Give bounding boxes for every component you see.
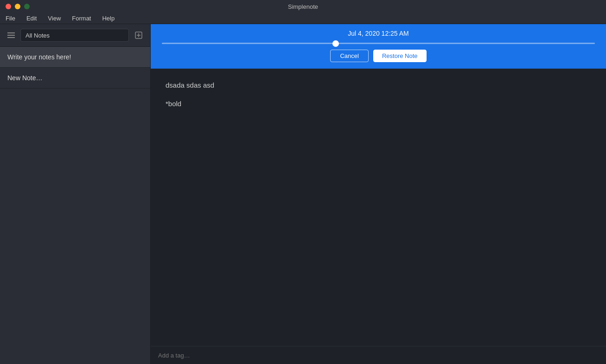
note-item-title: Write your notes here! [7, 53, 143, 61]
menu-bar: File Edit View Format Help [0, 13, 606, 24]
tag-input[interactable] [158, 352, 599, 359]
app-title: Simplenote [288, 3, 318, 10]
note-item[interactable]: New Note… [0, 68, 150, 89]
tag-bar [151, 346, 606, 364]
note-editor: dsada sdas asd *bold [151, 69, 606, 346]
menu-view[interactable]: View [46, 14, 63, 23]
restore-note-button[interactable]: Restore Note [373, 50, 427, 62]
main-layout: Write your notes here! New Note… Jul 4, … [0, 24, 606, 364]
menu-format[interactable]: Format [70, 14, 93, 23]
close-button[interactable] [6, 4, 11, 9]
menu-help[interactable]: Help [100, 14, 116, 23]
sidebar-header [0, 24, 150, 47]
title-bar: Simplenote [0, 0, 606, 13]
history-slider[interactable] [162, 43, 595, 44]
content-area: Jul 4, 2020 12:25 AM Cancel Restore Note… [151, 24, 606, 364]
menu-edit[interactable]: Edit [25, 14, 38, 23]
cancel-button[interactable]: Cancel [330, 50, 368, 62]
note-content-line-1: dsada sdas asd [166, 80, 591, 91]
new-note-button[interactable] [133, 30, 145, 40]
note-content-line-2: *bold [166, 98, 591, 109]
hamburger-menu-icon[interactable] [6, 31, 17, 40]
minimize-button[interactable] [15, 4, 20, 9]
window-controls [6, 4, 30, 9]
new-note-icon [134, 31, 143, 39]
history-actions: Cancel Restore Note [330, 50, 426, 62]
history-bar: Jul 4, 2020 12:25 AM Cancel Restore Note [151, 24, 606, 69]
note-item-title: New Note… [7, 74, 143, 82]
search-container [20, 29, 129, 42]
sidebar: Write your notes here! New Note… [0, 24, 151, 364]
search-input[interactable] [26, 32, 124, 39]
menu-file[interactable]: File [4, 14, 17, 23]
note-list: Write your notes here! New Note… [0, 47, 150, 364]
maximize-button[interactable] [24, 4, 30, 9]
history-timestamp: Jul 4, 2020 12:25 AM [348, 30, 409, 37]
history-slider-container [158, 43, 599, 44]
note-item[interactable]: Write your notes here! [0, 47, 150, 68]
